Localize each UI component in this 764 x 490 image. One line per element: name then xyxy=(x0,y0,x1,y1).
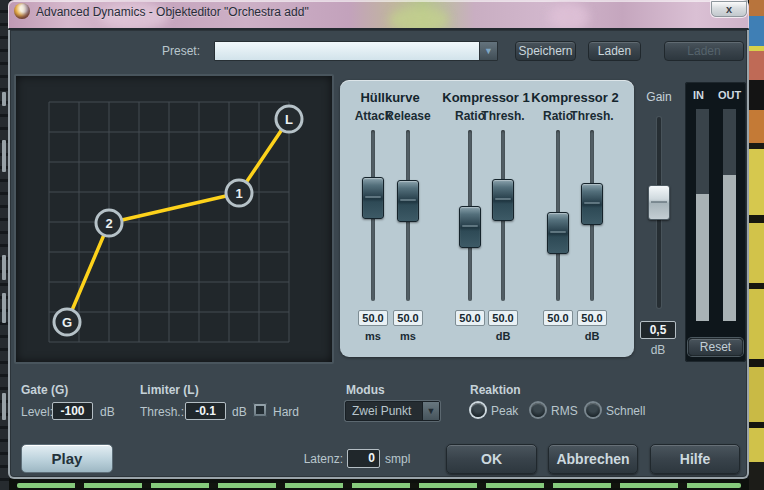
limiter-thresh-input[interactable]: -0.1 xyxy=(185,402,226,420)
attack-slider-thumb[interactable] xyxy=(362,177,384,219)
attack-unit: ms xyxy=(358,330,388,342)
meter-in xyxy=(696,109,709,321)
preset-label: Preset: xyxy=(138,44,200,58)
window-title: Advanced Dynamics - Objekteditor "Orches… xyxy=(36,5,309,19)
dynamics-graph-panel: G21L xyxy=(14,74,334,364)
help-button[interactable]: Hilfe xyxy=(650,444,740,474)
release-label: Release xyxy=(378,109,438,123)
limiter-thresh-unit: dB xyxy=(232,405,247,419)
slider-panel: Hüllkurve Kompressor 1 Kompressor 2 Atta… xyxy=(340,80,634,357)
limiter-thresh-label: Thresh.: xyxy=(140,405,184,419)
gate-level-unit: dB xyxy=(100,405,115,419)
radio-rms-label: RMS xyxy=(551,404,578,418)
preset-load-button-disabled[interactable]: Laden xyxy=(664,41,744,61)
thresh1-slider-thumb[interactable] xyxy=(492,179,514,221)
thresh2-value[interactable]: 50.0 xyxy=(577,310,607,326)
gain-value[interactable]: 0,5 xyxy=(640,321,676,339)
modus-title: Modus xyxy=(346,383,385,397)
screen: Advanced Dynamics - Objekteditor "Orches… xyxy=(0,0,764,490)
modus-value: Zwei Punkt xyxy=(352,404,411,418)
attack-value[interactable]: 50.0 xyxy=(358,310,388,326)
svg-text:1: 1 xyxy=(235,186,242,201)
ratio2-slider-thumb[interactable] xyxy=(547,212,569,254)
background-arranger-strip xyxy=(749,0,764,490)
meter-panel: IN OUT Reset xyxy=(685,82,746,362)
background-meter-bar xyxy=(17,483,741,488)
app-icon xyxy=(14,3,30,19)
modus-select[interactable]: Zwei Punkt ▼ xyxy=(345,401,440,421)
svg-text:2: 2 xyxy=(105,216,112,231)
reaktion-title: Reaktion xyxy=(470,383,521,397)
release-slider-thumb[interactable] xyxy=(397,180,419,222)
thresh1-label: Thresh. xyxy=(473,109,533,123)
preset-save-button[interactable]: Speichern xyxy=(515,41,576,61)
compressor2-title: Kompressor 2 xyxy=(520,90,630,105)
limiter-title: Limiter (L) xyxy=(140,383,199,397)
cancel-button[interactable]: Abbrechen xyxy=(548,444,638,474)
dynamics-curve-graph[interactable]: G21L xyxy=(16,76,332,362)
gain-label: Gain xyxy=(631,90,687,104)
advanced-dynamics-dialog: Advanced Dynamics - Objekteditor "Orches… xyxy=(8,0,749,479)
gate-title: Gate (G) xyxy=(21,383,68,397)
svg-text:L: L xyxy=(285,112,293,127)
meter-in-label: IN xyxy=(693,89,704,101)
radio-schnell-label: Schnell xyxy=(606,404,645,418)
ratio1-value[interactable]: 50.0 xyxy=(455,310,485,326)
radio-peak[interactable] xyxy=(471,403,485,417)
gain-slider-thumb[interactable] xyxy=(648,185,670,220)
chevron-down-icon[interactable]: ▼ xyxy=(479,42,497,60)
radio-schnell[interactable] xyxy=(586,403,600,417)
radio-peak-label: Peak xyxy=(491,404,518,418)
gate-level-input[interactable]: -100 xyxy=(52,402,93,420)
radio-rms[interactable] xyxy=(531,403,545,417)
release-value[interactable]: 50.0 xyxy=(393,310,423,326)
play-button[interactable]: Play xyxy=(21,444,113,473)
hard-label: Hard xyxy=(273,405,299,419)
thresh2-slider-thumb[interactable] xyxy=(581,183,603,225)
meter-out xyxy=(723,109,736,321)
ok-button[interactable]: OK xyxy=(446,444,537,474)
thresh2-label: Thresh. xyxy=(562,109,622,123)
latenz-unit: smpl xyxy=(385,452,410,466)
gain-unit: dB xyxy=(640,343,676,357)
background-bottom-strip xyxy=(9,479,749,490)
preset-combobox[interactable]: ▼ xyxy=(214,41,498,61)
thresh2-unit: dB xyxy=(577,330,607,342)
gate-level-label: Level: xyxy=(21,405,53,419)
latenz-label: Latenz: xyxy=(293,452,343,466)
meter-reset-button[interactable]: Reset xyxy=(688,338,743,356)
chevron-down-icon[interactable]: ▼ xyxy=(422,402,439,420)
release-unit: ms xyxy=(393,330,423,342)
ratio1-slider-thumb[interactable] xyxy=(459,206,481,248)
ratio2-value[interactable]: 50.0 xyxy=(543,310,573,326)
envelope-title: Hüllkurve xyxy=(335,90,445,105)
latenz-input[interactable]: 0 xyxy=(347,449,380,468)
svg-text:G: G xyxy=(62,315,72,330)
hard-checkbox[interactable] xyxy=(253,403,267,417)
thresh1-value[interactable]: 50.0 xyxy=(488,310,518,326)
preset-load-button[interactable]: Laden xyxy=(588,41,641,61)
thresh1-unit: dB xyxy=(488,330,518,342)
meter-out-label: OUT xyxy=(718,89,741,101)
close-button[interactable]: x xyxy=(711,1,747,17)
